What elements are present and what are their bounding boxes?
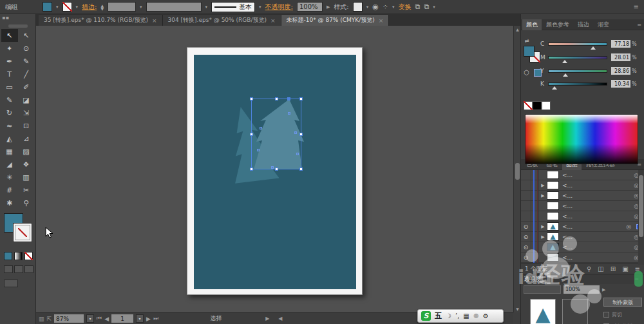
layer-thumbnail[interactable]	[547, 191, 559, 200]
vertical-scrollbar[interactable]: ▲ ▼	[513, 26, 520, 312]
make-clipping-mask-icon[interactable]: ◫	[598, 265, 603, 272]
ime-halfwidth-moon-icon[interactable]: ☽	[446, 312, 451, 319]
layer-thumbnail[interactable]	[547, 253, 559, 262]
scale-tool[interactable]: ⇲	[18, 106, 35, 119]
anchor-point[interactable]	[260, 127, 262, 129]
layers-scrollbar[interactable]	[638, 170, 644, 265]
rotate-tool[interactable]: ↻	[1, 106, 18, 119]
none-fill-button[interactable]	[24, 252, 33, 260]
line-segment-tool[interactable]: ╱	[18, 68, 35, 81]
fill-color-swatch[interactable]	[43, 2, 52, 12]
magenta-slider-track[interactable]	[548, 56, 607, 59]
tools-panel-grip[interactable]	[8, 24, 28, 28]
anchor-point[interactable]	[288, 112, 290, 115]
selection-handle-se[interactable]	[299, 167, 303, 171]
color-fill-button[interactable]	[4, 252, 12, 260]
panel-menu-icon[interactable]: ≡	[634, 276, 639, 282]
expand-icon[interactable]: ▶	[539, 193, 547, 198]
swap-fill-stroke-icon[interactable]: ⇄	[525, 38, 529, 44]
layer-thumbnail[interactable]: ▲	[547, 233, 559, 241]
slice-tool[interactable]: ✂	[18, 184, 35, 196]
pencil-tool[interactable]: ✎	[1, 93, 18, 106]
visibility-toggle[interactable]	[521, 180, 531, 191]
rectangle-tool[interactable]: ▭	[1, 81, 18, 93]
brush-definition-combo[interactable]: 基本	[211, 2, 255, 12]
vertical-scrollbar-thumb[interactable]	[515, 163, 520, 180]
layer-name[interactable]: <...	[562, 244, 573, 251]
hand-tool[interactable]: ✱	[1, 196, 18, 209]
layer-thumbnail[interactable]	[547, 212, 559, 220]
clip-checkbox-row[interactable]: 剪切	[603, 311, 642, 318]
zoom-level-field[interactable]: 87%	[54, 314, 84, 323]
layer-name[interactable]: <...	[562, 193, 573, 199]
width-tool[interactable]: ≈	[1, 119, 18, 132]
opacity-dropdown-icon[interactable]: ▶	[327, 5, 330, 10]
hand-pan-icon[interactable]: ⇱	[47, 316, 52, 322]
yellow-slider-track[interactable]	[548, 70, 607, 73]
yellow-value-field[interactable]: 28.86	[611, 67, 630, 75]
perspective-grid-tool[interactable]: ⊿	[18, 132, 35, 145]
blend-tool[interactable]: ❖	[18, 158, 35, 171]
stroke-width-dropdown-icon[interactable]: ▾	[140, 5, 142, 10]
clip-checkbox[interactable]	[603, 312, 609, 318]
lasso-tool[interactable]: ⊙	[18, 42, 35, 55]
zoom-dropdown-icon[interactable]: ▾	[86, 314, 94, 323]
next-artboard-icon[interactable]: ▶	[146, 316, 151, 322]
artboard-background[interactable]	[194, 55, 356, 289]
cyan-value-field[interactable]: 77.18	[611, 40, 630, 48]
selection-handle-nw[interactable]	[250, 97, 253, 100]
hscroll-right-icon[interactable]: ▶	[265, 316, 269, 321]
color-spectrum-bar[interactable]	[525, 114, 638, 164]
artboard-tool[interactable]: #	[1, 184, 18, 196]
new-layer-icon[interactable]: ▣	[622, 265, 628, 272]
free-transform-tool[interactable]: ⊡	[18, 119, 35, 132]
layer-row[interactable]: ⊙ <... ◎	[521, 253, 644, 263]
yellow-slider-thumb[interactable]	[563, 73, 568, 77]
preferences-dropdown-icon[interactable]: ▾	[392, 5, 395, 10]
ime-punctuation-icon[interactable]: ’,	[455, 312, 459, 319]
layer-row[interactable]: ⊙ ▲ <... ◎	[521, 242, 644, 253]
column-graph-tool[interactable]: ▥	[18, 171, 35, 184]
layer-row[interactable]: <... ◎	[521, 201, 644, 211]
layer-thumbnail[interactable]: ▲	[547, 222, 559, 231]
selection-handle-s[interactable]	[275, 167, 278, 171]
visibility-toggle[interactable]: ⊙	[521, 232, 531, 242]
selection-handle-sw[interactable]	[250, 167, 253, 171]
transform-link[interactable]: 变换	[399, 3, 412, 12]
none-swatch[interactable]	[524, 101, 533, 110]
style-dropdown-icon[interactable]: ▾	[366, 5, 369, 10]
artboard-number-field[interactable]: 1	[111, 314, 133, 323]
mesh-tool[interactable]: ▦	[1, 145, 18, 158]
draw-inside-button[interactable]	[24, 265, 33, 273]
input-method-bar[interactable]: S 五 ☽ ’, ▦ ⚉ ⚙	[417, 309, 504, 323]
layer-name[interactable]: <...	[562, 234, 573, 240]
anchor-point[interactable]	[257, 149, 260, 151]
align-dropdown-icon[interactable]: ▾	[433, 5, 435, 10]
first-artboard-icon[interactable]: ⏮	[97, 315, 102, 322]
stroke-link[interactable]: 描边:	[82, 3, 97, 12]
tab-document-3-active[interactable]: 未标题-10* @ 87% (CMYK/预览) ×	[281, 15, 390, 26]
selection-handle-ne[interactable]	[299, 97, 303, 100]
tab-gradient[interactable]: 渐变	[594, 19, 613, 30]
ime-wubi-mode[interactable]: 五	[435, 311, 442, 321]
visibility-toggle[interactable]: ⊙	[521, 253, 531, 263]
close-icon[interactable]: ×	[379, 17, 384, 24]
stroke-dropdown-icon[interactable]: ▾	[76, 5, 79, 10]
distribute-icon[interactable]: ⧉	[424, 3, 429, 11]
anchor-point[interactable]	[294, 131, 297, 134]
visibility-toggle[interactable]: ⊙	[521, 222, 531, 232]
expand-icon[interactable]: ▶	[539, 234, 547, 240]
width-profile-dropdown-icon[interactable]: ▾	[205, 5, 208, 10]
direct-selection-tool[interactable]: ↖	[18, 29, 35, 42]
black-slider-track[interactable]	[548, 82, 607, 86]
layer-row[interactable]: <... ◎	[521, 170, 644, 180]
make-mask-button[interactable]: 制作蒙版	[603, 298, 642, 307]
layer-name[interactable]: <...	[562, 172, 573, 178]
selection-tool[interactable]: ↖	[1, 29, 18, 42]
layer-name[interactable]: <...	[562, 203, 573, 209]
paintbrush-tool[interactable]: ✐	[18, 81, 35, 93]
ime-logo-icon[interactable]: S	[421, 311, 431, 321]
gradient-fill-button[interactable]	[14, 252, 23, 260]
layer-thumbnail[interactable]: ▲	[547, 243, 559, 251]
style-swatch[interactable]	[353, 2, 363, 12]
